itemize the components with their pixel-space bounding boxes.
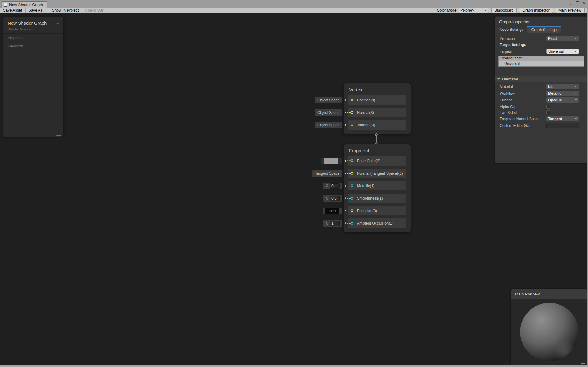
x-component-label: X: [326, 221, 328, 225]
main-preview-toggle-button[interactable]: Main Preview: [555, 8, 585, 13]
surface-value: Opaque: [548, 98, 562, 102]
surface-dropdown[interactable]: Opaque: [546, 97, 579, 103]
precision-value: Float: [548, 37, 557, 41]
blackboard-panel: New Shader Graph + Shader Graphs Propert…: [3, 16, 63, 137]
main-preview-resize-grip[interactable]: [581, 363, 585, 364]
drag-handle-icon[interactable]: =: [500, 61, 502, 66]
fragment-slot-smoothness: X 0.5 Smoothness(1): [348, 194, 406, 203]
check-out-button[interactable]: Check Out: [82, 8, 106, 13]
window-menu-icon[interactable]: ⋮: [569, 1, 572, 5]
tab-graph-settings[interactable]: Graph Settings: [527, 26, 561, 33]
position-space-dropdown[interactable]: Object Space: [315, 97, 342, 103]
two-sided-checkbox[interactable]: [546, 110, 550, 114]
normal-space-dropdown[interactable]: Object Space: [315, 109, 342, 116]
edge-stub-dot: [345, 197, 346, 199]
targets-label: Targets: [500, 49, 546, 54]
slot-label: Metallic(1): [357, 184, 375, 188]
workflow-dropdown[interactable]: Metallic: [546, 91, 579, 96]
edge-stub-dot: [345, 173, 346, 174]
main-preview-panel: Main Preview: [511, 289, 587, 365]
reorder-list-item-universal[interactable]: = Universal: [498, 61, 584, 67]
vertex-slot-position: Object Space Position(3): [348, 95, 406, 105]
base-color-input-port[interactable]: [351, 159, 353, 162]
material-dropdown[interactable]: Lit: [546, 84, 579, 89]
tab-new-shader-graph[interactable]: New Shader Graph: [1, 1, 47, 8]
add-property-button[interactable]: +: [56, 20, 59, 26]
graph-inspector-title[interactable]: Graph Inspector: [495, 17, 587, 26]
save-as-button[interactable]: Save As...: [26, 8, 49, 13]
emission-input-port[interactable]: [351, 209, 353, 212]
fragment-normal-space-value: Tangent: [548, 117, 562, 121]
alpha-clip-label: Alpha Clip: [500, 105, 546, 109]
preview-sphere[interactable]: [520, 303, 579, 361]
normal-input-port[interactable]: [351, 172, 353, 175]
reorderable-target-list: Reorder data: = Universal: [498, 56, 584, 67]
tab-node-settings[interactable]: Node Settings: [495, 26, 527, 33]
targets-dropdown[interactable]: Universal: [546, 49, 579, 54]
custom-editor-gui-field[interactable]: [546, 123, 579, 128]
chevron-down-icon: [574, 51, 577, 52]
blackboard-section-keywords[interactable]: Keywords: [3, 42, 63, 50]
normal-input-port[interactable]: [351, 111, 353, 114]
ambient-occlusion-input-port[interactable]: [351, 222, 353, 225]
blackboard-section-properties[interactable]: Properties: [3, 34, 63, 42]
fragment-slot-ambient-occlusion: X 1 Ambient Occlusion(1): [348, 218, 406, 228]
smoothness-input-port[interactable]: [351, 197, 353, 200]
fragment-slot-metallic: X 0 Metallic(1): [348, 181, 406, 190]
target-settings-header: Target Settings: [495, 42, 587, 47]
precision-dropdown[interactable]: Float: [546, 36, 579, 41]
show-in-project-button[interactable]: Show In Project: [49, 8, 82, 13]
base-color-picker[interactable]: [321, 158, 342, 164]
graph-inspector-toggle-button[interactable]: Graph Inspector: [519, 8, 553, 13]
vertex-slot-tangent: Object Space Tangent(3): [348, 120, 406, 130]
edge-stub-dash: [347, 100, 351, 100]
blackboard-toggle-button[interactable]: Blackboard: [491, 8, 517, 13]
blackboard-title[interactable]: New Shader Graph: [3, 17, 63, 26]
blackboard-resize-grip[interactable]: [56, 135, 61, 136]
main-preview-title[interactable]: Main Preview: [511, 289, 587, 299]
slot-label: Emission(3): [357, 209, 377, 213]
connector-line: [376, 136, 377, 143]
ambient-occlusion-value-field[interactable]: 1: [330, 221, 340, 226]
x-component-label: X: [326, 184, 328, 188]
ambient-occlusion-value-widget[interactable]: X 1: [323, 220, 342, 227]
surface-label: Surface: [500, 98, 546, 102]
window-close-icon[interactable]: ✕: [582, 1, 586, 5]
inspector-tab-bar: Node Settings Graph Settings: [495, 26, 587, 33]
metallic-value-field[interactable]: 0: [330, 183, 340, 189]
normal-space-dropdown[interactable]: Tangent Space: [312, 170, 342, 177]
shader-graph-asset-icon: [4, 3, 7, 7]
chevron-down-icon: [575, 93, 577, 94]
edge-stub-dot: [345, 124, 346, 126]
metallic-input-port[interactable]: [351, 184, 353, 187]
edge-stub-dash: [347, 186, 351, 186]
tangent-input-port[interactable]: [351, 124, 353, 126]
slot-label: Normal(3): [357, 110, 374, 115]
alpha-clip-checkbox[interactable]: [546, 105, 550, 109]
hdr-color-swatch: HDR: [325, 208, 339, 214]
save-asset-button[interactable]: Save Asset: [0, 8, 26, 13]
tab-title: New Shader Graph: [9, 2, 43, 7]
chevron-down-icon: [575, 118, 577, 120]
universal-foldout-header[interactable]: Universal: [495, 76, 587, 82]
emission-color-picker[interactable]: HDR: [323, 208, 342, 214]
universal-foldout-label: Universal: [502, 77, 518, 81]
metallic-value-widget[interactable]: X 0: [323, 183, 342, 189]
fragment-node-title: Fragment: [344, 144, 411, 156]
targets-value: Universal: [548, 49, 564, 54]
window-restore-icon[interactable]: ❐: [576, 1, 579, 5]
tangent-space-dropdown[interactable]: Object Space: [315, 122, 342, 128]
fragment-slot-base-color: Base Color(3): [348, 156, 406, 166]
fragment-normal-space-dropdown[interactable]: Tangent: [546, 116, 579, 121]
slot-label: Ambient Occlusion(1): [357, 221, 394, 225]
vertex-context-node[interactable]: Vertex Object Space Position(3) Object S…: [343, 83, 411, 134]
smoothness-value-widget[interactable]: X 0.5: [323, 195, 342, 202]
fragment-context-node[interactable]: Fragment Base Color(3) Tangent Space Nor…: [343, 144, 411, 232]
window-bottom-border: [0, 365, 588, 367]
foldout-arrow-icon: [497, 78, 500, 80]
color-mode-dropdown[interactable]: <None>: [459, 8, 489, 13]
position-input-port[interactable]: [351, 99, 353, 101]
material-label: Material: [500, 85, 546, 89]
smoothness-value-field[interactable]: 0.5: [330, 196, 340, 201]
slot-label: Tangent(3): [357, 123, 375, 127]
